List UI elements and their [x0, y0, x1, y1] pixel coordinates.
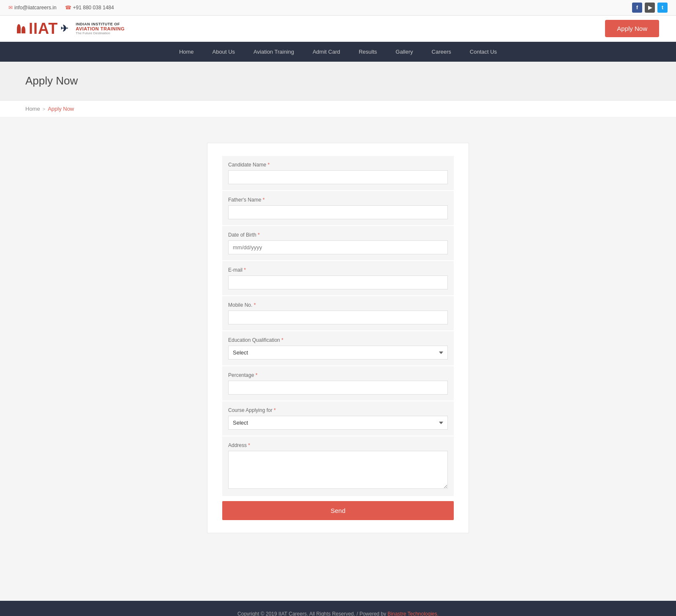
breadcrumb-current: Apply Now [48, 106, 74, 112]
header: IIAT ✈ INDIAN INSTITUTE OF AVIATION TRAI… [0, 16, 676, 42]
required-star: * [248, 442, 250, 448]
mobile-label: Mobile No. * [228, 302, 448, 308]
page-banner: Apply Now [0, 62, 676, 101]
email-label: E-mail * [228, 267, 448, 273]
education-select[interactable]: Select 10th 12th Graduate Post Graduate [228, 346, 448, 360]
facebook-icon[interactable]: f [632, 3, 642, 13]
required-star: * [281, 337, 283, 343]
footer: Copyright © 2019 IIAT Careers. All Right… [0, 601, 676, 616]
nav-about-us[interactable]: About Us [203, 42, 244, 62]
nav-contact-us[interactable]: Contact Us [461, 42, 506, 62]
logo-figures [17, 24, 25, 33]
mobile-input[interactable] [228, 311, 448, 324]
address-input[interactable] [228, 451, 448, 489]
email-icon: ✉ [8, 5, 13, 11]
email-address: info@iiatcareers.in [14, 5, 57, 11]
fathers-name-section: Father's Name * [222, 191, 454, 225]
email-contact: ✉ info@iiatcareers.in [8, 5, 57, 11]
course-label: Course Applying for * [228, 407, 448, 413]
logo-iiat: IIAT [29, 21, 58, 36]
logo-text: IIAT ✈ [29, 21, 71, 36]
top-bar: ✉ info@iiatcareers.in ☎ +91 880 038 1484… [0, 0, 676, 16]
dob-label: Date of Birth * [228, 232, 448, 238]
required-star: * [244, 267, 246, 273]
required-star: * [267, 162, 270, 168]
email-section: E-mail * [222, 261, 454, 295]
logo: IIAT ✈ INDIAN INSTITUTE OF AVIATION TRAI… [17, 21, 125, 36]
candidate-name-label: Candidate Name * [228, 162, 448, 168]
address-section: Address * [222, 436, 454, 496]
nav-home[interactable]: Home [170, 42, 203, 62]
course-section: Course Applying for * Select Airport Gro… [222, 401, 454, 436]
course-select[interactable]: Select Airport Ground Staff Cabin Crew A… [228, 416, 448, 430]
main-content: Candidate Name * Father's Name * Date of… [0, 117, 676, 575]
phone-icon: ☎ [65, 5, 71, 11]
percentage-label: Percentage * [228, 372, 448, 378]
address-label: Address * [228, 442, 448, 448]
fathers-name-input[interactable] [228, 205, 448, 219]
percentage-section: Percentage * [222, 366, 454, 401]
fathers-name-label: Father's Name * [228, 197, 448, 203]
nav-results[interactable]: Results [349, 42, 386, 62]
breadcrumb-separator: > [43, 106, 45, 112]
logo-arrow: ✈ [60, 24, 68, 33]
dob-input[interactable] [228, 240, 448, 254]
education-section: Education Qualification * Select 10th 12… [222, 331, 454, 365]
logo-name-mid: AVIATION TRAINING [76, 26, 125, 31]
candidate-name-section: Candidate Name * [222, 156, 454, 190]
breadcrumb-home[interactable]: Home [25, 106, 40, 112]
percentage-input[interactable] [228, 381, 448, 395]
candidate-name-input[interactable] [228, 170, 448, 184]
apply-now-button[interactable]: Apply Now [605, 20, 659, 37]
logo-name-block: INDIAN INSTITUTE OF AVIATION TRAINING Th… [76, 22, 125, 35]
top-bar-left: ✉ info@iiatcareers.in ☎ +91 880 038 1484 [8, 5, 114, 11]
required-star: * [258, 232, 260, 238]
send-button[interactable]: Send [222, 501, 454, 520]
logo-tagline: The Future Destination [76, 31, 125, 35]
logo-name-top: INDIAN INSTITUTE OF [76, 22, 125, 26]
nav-admit-card[interactable]: Admit Card [303, 42, 349, 62]
page-title: Apply Now [25, 74, 651, 87]
footer-powered-by[interactable]: Binastre Technologies. [387, 611, 439, 616]
mobile-section: Mobile No. * [222, 296, 454, 330]
dob-section: Date of Birth * [222, 226, 454, 260]
phone-number: +91 880 038 1484 [73, 5, 114, 11]
social-icons: f ▶ t [632, 3, 668, 13]
apply-form-container: Candidate Name * Father's Name * Date of… [207, 143, 469, 533]
education-label: Education Qualification * [228, 337, 448, 343]
required-star: * [256, 372, 258, 378]
nav-aviation-training[interactable]: Aviation Training [244, 42, 303, 62]
breadcrumb: Home > Apply Now [0, 101, 676, 117]
email-input[interactable] [228, 275, 448, 289]
nav-gallery[interactable]: Gallery [386, 42, 422, 62]
youtube-icon[interactable]: ▶ [645, 3, 655, 13]
navbar: Home About Us Aviation Training Admit Ca… [0, 42, 676, 62]
phone-contact: ☎ +91 880 038 1484 [65, 5, 114, 11]
nav-careers[interactable]: Careers [422, 42, 461, 62]
required-star: * [274, 407, 276, 413]
twitter-icon[interactable]: t [657, 3, 668, 13]
required-star: * [263, 197, 265, 203]
footer-copyright: Copyright © 2019 IIAT Careers. All Right… [237, 611, 386, 616]
required-star: * [254, 302, 256, 308]
